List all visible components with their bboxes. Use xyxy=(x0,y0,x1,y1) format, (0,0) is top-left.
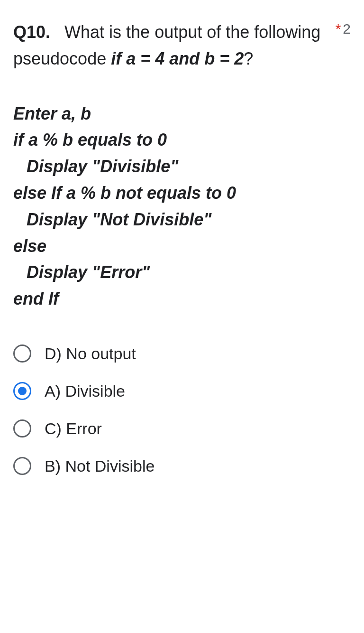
option-label: B) Not Divisible xyxy=(45,457,155,475)
question-points: 2 xyxy=(343,21,351,37)
option-label: A) Divisible xyxy=(45,382,125,400)
code-line: Display "Divisible" xyxy=(13,153,351,180)
question-prompt-bold: if a = 4 and b = 2 xyxy=(111,49,244,68)
code-line: end If xyxy=(13,286,351,312)
code-line: else If a % b not equals to 0 xyxy=(13,180,351,206)
option-a[interactable]: A) Divisible xyxy=(13,372,351,410)
option-b[interactable]: B) Not Divisible xyxy=(13,447,351,485)
question-text: Q10. What is the output of the following… xyxy=(13,19,327,72)
option-label: C) Error xyxy=(45,419,102,438)
radio-icon xyxy=(13,344,31,363)
question-prompt-2: ? xyxy=(244,49,253,68)
options-group: D) No output A) Divisible C) Error B) No… xyxy=(13,335,351,485)
question-marker: *2 xyxy=(336,19,351,39)
code-line: Display "Not Divisible" xyxy=(13,206,351,233)
option-c[interactable]: C) Error xyxy=(13,410,351,447)
question-header: Q10. What is the output of the following… xyxy=(13,19,351,72)
required-asterisk-icon: * xyxy=(336,21,341,37)
pseudocode-block: Enter a, b if a % b equals to 0 Display … xyxy=(13,101,351,312)
code-line: Enter a, b xyxy=(13,101,351,127)
option-d[interactable]: D) No output xyxy=(13,335,351,372)
radio-icon xyxy=(13,382,31,400)
radio-icon xyxy=(13,419,31,438)
question-number: Q10. xyxy=(13,22,50,42)
code-line: if a % b equals to 0 xyxy=(13,127,351,153)
code-line: Display "Error" xyxy=(13,259,351,286)
radio-icon xyxy=(13,457,31,475)
code-line: else xyxy=(13,233,351,260)
option-label: D) No output xyxy=(45,344,136,363)
